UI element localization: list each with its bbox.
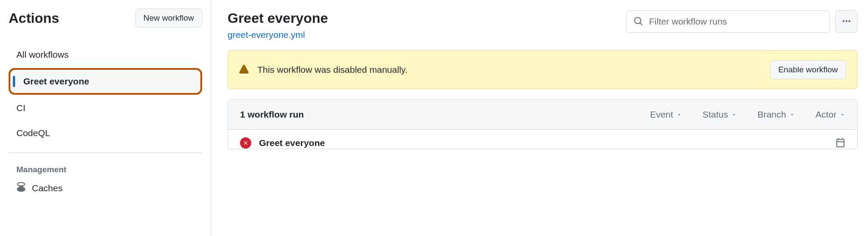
filter-actor[interactable]: Actor <box>815 109 845 120</box>
search-icon <box>634 16 643 27</box>
management-section: Management Caches <box>9 159 202 199</box>
sidebar-item-greet-everyone[interactable]: Greet everyone <box>9 68 202 95</box>
runs-header: 1 workflow run Event Status Branch Actor <box>228 100 857 130</box>
run-row-right <box>836 138 845 149</box>
filter-runs-input[interactable] <box>649 16 823 27</box>
sidebar-item-label: Greet everyone <box>23 76 89 87</box>
filter-branch[interactable]: Branch <box>757 109 795 120</box>
runs-filters: Event Status Branch Actor <box>650 109 845 120</box>
management-heading: Management <box>9 159 202 177</box>
main-content: Greet everyone greet-everyone.yml This w… <box>211 0 868 236</box>
sidebar-item-caches[interactable]: Caches <box>9 177 202 199</box>
run-row-left: Greet everyone <box>240 137 325 149</box>
workflow-runs-table: 1 workflow run Event Status Branch Actor <box>228 99 858 149</box>
filter-label: Actor <box>815 109 837 120</box>
sidebar-item-label: CodeQL <box>16 128 50 138</box>
filter-label: Branch <box>757 109 786 120</box>
top-controls <box>626 10 858 33</box>
filter-status[interactable]: Status <box>703 109 737 120</box>
caret-down-icon <box>731 112 737 117</box>
run-title: Greet everyone <box>259 138 325 148</box>
workflow-disabled-alert: This workflow was disabled manually. Ena… <box>228 50 858 89</box>
workflow-nav: All workflows Greet everyone CI CodeQL <box>9 43 202 153</box>
main-header-row: Greet everyone greet-everyone.yml <box>228 10 858 40</box>
alert-message: This workflow was disabled manually. <box>257 65 408 75</box>
workflow-heading: Greet everyone greet-everyone.yml <box>228 10 328 40</box>
run-row[interactable]: Greet everyone <box>228 130 857 149</box>
sidebar: Actions New workflow All workflows Greet… <box>0 0 211 236</box>
filter-label: Status <box>703 109 728 120</box>
workflow-file-link[interactable]: greet-everyone.yml <box>228 30 328 40</box>
failure-status-icon <box>240 137 251 149</box>
new-workflow-button[interactable]: New workflow <box>135 9 202 28</box>
caret-down-icon <box>790 112 795 117</box>
sidebar-header: Actions New workflow <box>9 9 202 28</box>
database-icon <box>16 182 26 194</box>
calendar-icon <box>836 142 845 149</box>
sidebar-item-codeql[interactable]: CodeQL <box>9 121 202 145</box>
filter-label: Event <box>650 109 673 120</box>
caret-down-icon <box>677 112 682 117</box>
filter-event[interactable]: Event <box>650 109 682 120</box>
sidebar-item-label: CI <box>16 103 25 113</box>
sidebar-item-all-workflows[interactable]: All workflows <box>9 43 202 66</box>
kebab-icon <box>841 16 852 28</box>
caret-down-icon <box>840 112 845 117</box>
alert-left: This workflow was disabled manually. <box>239 65 408 75</box>
sidebar-item-ci[interactable]: CI <box>9 96 202 120</box>
workflow-title: Greet everyone <box>228 10 328 26</box>
search-wrap[interactable] <box>626 10 830 33</box>
enable-workflow-button[interactable]: Enable workflow <box>770 60 846 79</box>
overflow-menu-button[interactable] <box>835 10 858 33</box>
sidebar-item-label: All workflows <box>16 50 69 60</box>
warning-icon <box>239 65 249 75</box>
runs-count-label: 1 workflow run <box>240 109 304 120</box>
sidebar-title: Actions <box>9 10 59 26</box>
sidebar-item-label: Caches <box>32 183 62 193</box>
